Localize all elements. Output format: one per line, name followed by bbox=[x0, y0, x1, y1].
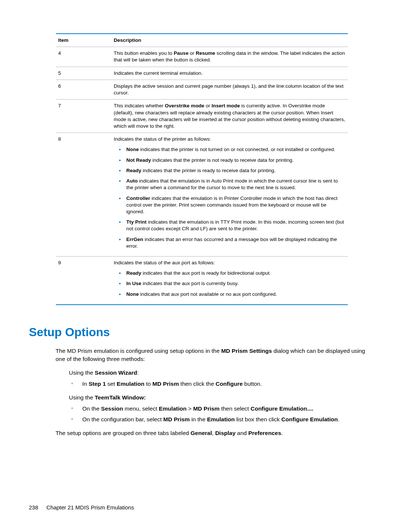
list-item: On the Session menu, select Emulation > … bbox=[69, 405, 371, 413]
cell-item: 9 bbox=[56, 257, 111, 305]
text: Indicates the status of the printer as f… bbox=[114, 136, 211, 142]
text: , bbox=[212, 430, 215, 436]
cell-desc: This indicates whether Overstrike mode o… bbox=[111, 100, 348, 133]
table-header-row: Item Description bbox=[56, 34, 348, 47]
bold-text: Insert mode bbox=[211, 103, 240, 108]
cell-desc: This button enables you to Pause or Resu… bbox=[111, 47, 348, 67]
paragraph: The setup options are grouped on three t… bbox=[56, 429, 371, 437]
cell-desc: Indicates the status of the aux port as … bbox=[111, 257, 348, 305]
text: . bbox=[281, 430, 283, 436]
bold-text: Emulation bbox=[117, 381, 144, 387]
text: set bbox=[106, 381, 117, 387]
description-table: Item Description 4 This button enables y… bbox=[56, 33, 348, 305]
page-number: 238 bbox=[29, 504, 38, 511]
table-row: 6 Displays the active session and curren… bbox=[56, 80, 348, 99]
list-item: Not Ready indicates that the printer is … bbox=[119, 157, 346, 164]
table-row: 4 This button enables you to Pause or Re… bbox=[56, 47, 348, 67]
chapter-label: Chapter 21 MDIS Prism Emulations bbox=[46, 504, 134, 511]
bold-text: MD Prism bbox=[153, 381, 179, 387]
bold-text: None bbox=[126, 147, 139, 152]
cell-item: 6 bbox=[56, 80, 111, 99]
bold-text: Pause bbox=[174, 50, 189, 56]
cell-item: 7 bbox=[56, 100, 111, 133]
text: button. bbox=[243, 381, 262, 387]
bold-text: MD Prism bbox=[163, 416, 190, 422]
sub-paragraph: Using the Session Wizard: bbox=[69, 369, 371, 377]
table-row: 7 This indicates whether Overstrike mode… bbox=[56, 100, 348, 133]
text: In bbox=[82, 381, 89, 387]
text: then click the bbox=[179, 381, 216, 387]
list-item: Tty Print indicates that the emulation i… bbox=[119, 219, 346, 232]
table-row: 9 Indicates the status of the aux port a… bbox=[56, 257, 348, 305]
bold-text: Controller bbox=[126, 195, 150, 201]
bold-text: Session bbox=[101, 405, 123, 412]
text: or bbox=[204, 103, 212, 108]
page-footer: 238 Chapter 21 MDIS Prism Emulations bbox=[29, 504, 134, 511]
text: indicates that the aux port is ready for… bbox=[141, 270, 271, 276]
text: > bbox=[187, 405, 193, 412]
bold-text: MD Prism bbox=[193, 405, 220, 412]
text: then select bbox=[220, 405, 251, 412]
bold-text: Session Wizard bbox=[95, 369, 137, 376]
text: The MD Prism emulation is configured usi… bbox=[56, 348, 221, 354]
text: menu, select bbox=[123, 405, 159, 412]
list-item: Controller indicates that the emulation … bbox=[119, 195, 346, 215]
bullet-list: Ready indicates that the aux port is rea… bbox=[114, 270, 346, 298]
list-item: Ready indicates that the aux port is rea… bbox=[119, 270, 346, 277]
cell-item: 5 bbox=[56, 67, 111, 80]
bold-text: Auto bbox=[126, 178, 138, 184]
text: or bbox=[189, 50, 196, 56]
bold-text: ErrGen bbox=[126, 237, 143, 242]
bold-text: In Use bbox=[126, 281, 141, 286]
bold-text: TeemTalk Window: bbox=[95, 394, 146, 401]
list-item: None indicates that the printer is not t… bbox=[119, 146, 346, 153]
text: indicates that an error has occurred and… bbox=[126, 237, 337, 249]
text: indicates that the emulation is in TTY P… bbox=[126, 219, 344, 231]
instruction-list: On the Session menu, select Emulation > … bbox=[69, 405, 371, 424]
list-item: On the configuration bar, select MD Pris… bbox=[69, 415, 371, 424]
list-item: In Use indicates that the aux port is cu… bbox=[119, 280, 346, 287]
text: indicates that the emulation is in Print… bbox=[126, 195, 337, 214]
cell-item: 4 bbox=[56, 47, 111, 67]
bold-text: Overstrike mode bbox=[165, 103, 204, 108]
bold-text: None bbox=[126, 291, 139, 297]
cell-desc: Indicates the status of the printer as f… bbox=[111, 133, 348, 257]
text: Using the bbox=[69, 394, 95, 401]
text: indicates that the printer is ready to r… bbox=[141, 168, 276, 173]
text: indicates that the printer is not turned… bbox=[139, 147, 336, 152]
table-row: 8 Indicates the status of the printer as… bbox=[56, 133, 348, 257]
list-item: ErrGen indicates that an error has occur… bbox=[119, 236, 346, 250]
bold-text: Display bbox=[215, 430, 236, 436]
col-header-item: Item bbox=[56, 34, 111, 47]
bold-text: MD Prism Settings bbox=[221, 348, 272, 354]
bold-text: Tty Print bbox=[126, 219, 147, 225]
text: indicates that the emulation is in Auto … bbox=[126, 178, 338, 190]
cell-desc: Displays the active session and current … bbox=[111, 80, 348, 99]
text: in the bbox=[190, 416, 207, 422]
text: indicates that aux port not available or… bbox=[139, 291, 277, 297]
text: Using the bbox=[69, 369, 95, 376]
document-page: Item Description 4 This button enables y… bbox=[0, 0, 400, 532]
list-item: None indicates that aux port not availab… bbox=[119, 291, 346, 298]
text: indicates that the aux port is currently… bbox=[141, 281, 239, 286]
text: On the configuration bar, select bbox=[82, 416, 163, 422]
table-row: 5 Indicates the current terminal emulati… bbox=[56, 67, 348, 80]
list-item: Ready indicates that the printer is read… bbox=[119, 167, 346, 174]
text: to bbox=[144, 381, 153, 387]
bold-text: Preferences bbox=[249, 430, 281, 436]
text: This indicates whether bbox=[114, 103, 165, 108]
bullet-list: None indicates that the printer is not t… bbox=[114, 146, 346, 250]
list-item: Auto indicates that the emulation is in … bbox=[119, 178, 346, 191]
list-item: In Step 1 set Emulation to MD Prism then… bbox=[69, 380, 371, 388]
text: Indicates the status of the aux port as … bbox=[114, 260, 215, 265]
bold-text: Configure bbox=[216, 381, 243, 387]
bold-text: Not Ready bbox=[126, 157, 151, 163]
bold-text: Ready bbox=[126, 270, 141, 276]
sub-paragraph: Using the TeemTalk Window: bbox=[69, 394, 371, 402]
paragraph: The MD Prism emulation is configured usi… bbox=[56, 347, 371, 363]
bold-text: Emulation bbox=[159, 405, 187, 412]
text: and bbox=[236, 430, 248, 436]
bold-text: Emulation bbox=[207, 416, 235, 422]
instruction-list: In Step 1 set Emulation to MD Prism then… bbox=[69, 380, 371, 388]
text: . bbox=[338, 416, 339, 422]
